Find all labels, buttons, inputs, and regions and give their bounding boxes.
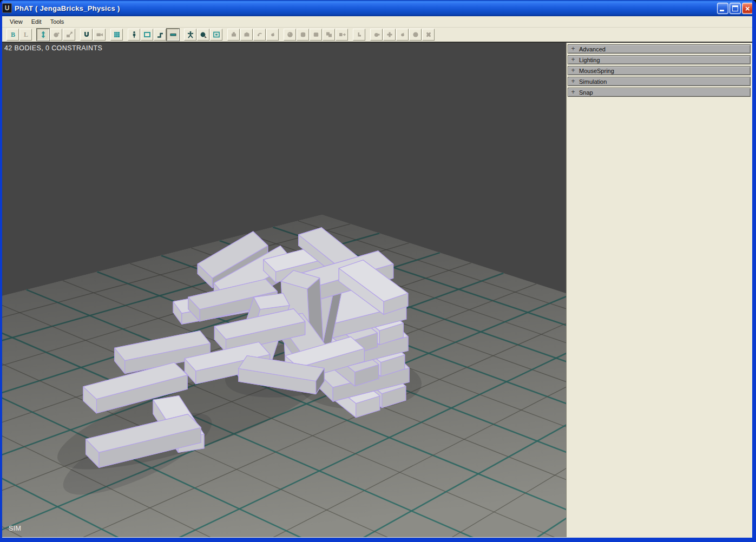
expand-plus-icon[interactable]: + xyxy=(569,56,577,63)
minimize-button[interactable] xyxy=(717,3,728,14)
add-box-icon xyxy=(312,31,320,38)
toolbar-button-collision-view[interactable] xyxy=(167,29,179,41)
menu-edit[interactable]: Edit xyxy=(27,17,46,27)
toolbar-button-new-body[interactable] xyxy=(227,29,240,41)
toolbar-button-weld-bodies[interactable] xyxy=(370,29,383,41)
toolbar-separator xyxy=(123,29,128,41)
duplicate-body-icon xyxy=(243,31,251,38)
expand-plus-icon[interactable]: + xyxy=(569,45,577,52)
properties-panel: + Advanced + Lighting + MouseSpring + Si… xyxy=(566,43,752,537)
add-constraint-icon xyxy=(386,31,393,38)
toolbar-button-convert-primitive[interactable] xyxy=(336,29,348,41)
toolbar-button-body-edit-mode[interactable]: B xyxy=(6,29,19,41)
panel-section-label: Lighting xyxy=(579,57,600,63)
panel-section-mousespring[interactable]: + MouseSpring xyxy=(568,66,751,75)
toolbar-separator xyxy=(106,29,110,41)
toolbar-button-snap-toggle[interactable] xyxy=(80,29,93,41)
translate-mode-icon xyxy=(40,31,47,38)
expand-plus-icon[interactable]: + xyxy=(569,88,577,96)
toolbar-separator xyxy=(366,29,370,41)
snap-toggle-icon xyxy=(83,31,90,38)
toolbar-button-duplicate-body[interactable] xyxy=(240,29,253,41)
svg-text:L: L xyxy=(23,31,28,38)
draw-constraints-icon xyxy=(156,31,164,38)
toolbar-button-reset-pose[interactable] xyxy=(253,29,266,41)
toolbar-separator xyxy=(279,29,284,41)
toolbar-button-show-physics-pose[interactable] xyxy=(184,29,196,41)
toolbar-button-add-sphere[interactable] xyxy=(284,29,296,41)
menu-view[interactable]: View xyxy=(5,17,27,27)
draw-skeleton-icon xyxy=(130,31,138,38)
minimize-icon xyxy=(720,10,724,11)
reset-pose-icon xyxy=(256,31,264,38)
scale-mode-icon xyxy=(65,31,73,38)
rotate-mode-icon xyxy=(52,31,60,38)
viewport-canvas[interactable]: 42 BODIES, 0 CONSTRAINTS SIM xyxy=(2,43,566,537)
new-body-icon xyxy=(230,31,238,38)
toolbar-button-add-sphyl[interactable] xyxy=(297,29,309,41)
convert-primitive-icon xyxy=(338,31,346,38)
maximize-icon xyxy=(732,5,738,11)
toolbar-button-copy-properties[interactable] xyxy=(93,29,106,41)
toolbar-button-simulate-toggle[interactable] xyxy=(110,29,123,41)
copy-properties-icon xyxy=(96,31,103,38)
show-influences-icon xyxy=(213,31,220,38)
panel-section-label: MouseSpring xyxy=(579,68,614,74)
toolbar-separator xyxy=(32,29,37,41)
draw-bodies-icon xyxy=(143,31,151,38)
add-sphyl-icon xyxy=(299,31,307,38)
unreal-app-icon: U xyxy=(2,3,12,13)
collision-view-icon xyxy=(169,31,177,38)
simulate-toggle-icon xyxy=(113,31,121,38)
constraint-edit-mode-icon: L xyxy=(22,31,30,38)
expand-plus-icon[interactable]: + xyxy=(569,67,577,74)
panel-section-simulation[interactable]: + Simulation xyxy=(568,77,751,86)
toolbar-button-draw-constraints[interactable] xyxy=(154,29,166,41)
menu-tools[interactable]: Tools xyxy=(46,17,69,27)
panel-section-snap[interactable]: + Snap xyxy=(568,88,751,97)
toolbar-button-scale-mode[interactable] xyxy=(63,29,75,41)
sphere-op-icon xyxy=(412,31,419,38)
toolbar-separator xyxy=(76,29,80,41)
panel-section-label: Advanced xyxy=(579,46,606,52)
toolbar-button-snap-op[interactable] xyxy=(396,29,409,41)
panel-section-label: Simulation xyxy=(579,78,607,85)
toolbar-button-translate-mode[interactable] xyxy=(37,29,49,41)
toolbar-button-constraint-edit-mode[interactable]: L xyxy=(19,29,32,41)
phat-window: U PhAT ( JengaBricks_Physics ) × View Ed… xyxy=(0,0,756,542)
toolbar-button-sphere-op[interactable] xyxy=(409,29,422,41)
title-bar[interactable]: U PhAT ( JengaBricks_Physics ) × xyxy=(0,0,756,16)
toolbar-separator xyxy=(349,29,353,41)
toolbar-button-show-mass-properties[interactable] xyxy=(197,29,209,41)
menu-bar: View Edit Tools xyxy=(2,16,752,28)
panel-section-lighting[interactable]: + Lighting xyxy=(568,55,751,64)
toolbar-button-delete-constraint[interactable] xyxy=(422,29,435,41)
close-button[interactable]: × xyxy=(742,3,753,14)
constraint-frame-icon xyxy=(356,31,363,38)
toolbar-button-add-constraint[interactable] xyxy=(383,29,396,41)
toolbar-button-show-influences[interactable] xyxy=(210,29,222,41)
toolbar-button-rotate-mode[interactable] xyxy=(50,29,62,41)
panel-section-label: Snap xyxy=(579,89,593,96)
toolbar: BL xyxy=(2,28,752,43)
maximize-button[interactable] xyxy=(729,3,741,14)
toolbar-button-delete-body[interactable] xyxy=(266,29,279,41)
toolbar-button-constraint-frame[interactable] xyxy=(353,29,365,41)
window-title: PhAT ( JengaBricks_Physics ) xyxy=(15,4,716,12)
delete-body-icon xyxy=(269,31,277,38)
toolbar-button-draw-bodies[interactable] xyxy=(141,29,153,41)
panel-section-advanced[interactable]: + Advanced xyxy=(568,44,751,54)
expand-plus-icon[interactable]: + xyxy=(569,77,577,85)
main-area: 42 BODIES, 0 CONSTRAINTS SIM + Advanced … xyxy=(2,43,752,537)
toolbar-separator xyxy=(223,29,227,41)
3d-scene[interactable] xyxy=(2,43,566,537)
close-icon: × xyxy=(742,3,753,14)
show-physics-pose-icon xyxy=(187,31,194,38)
snap-op-icon xyxy=(399,31,406,38)
weld-bodies-icon xyxy=(373,31,380,38)
toolbar-button-add-box[interactable] xyxy=(310,29,322,41)
toolbar-button-duplicate-primitive[interactable] xyxy=(323,29,335,41)
add-sphere-icon xyxy=(286,31,294,38)
show-mass-properties-icon xyxy=(200,31,207,38)
toolbar-button-draw-skeleton[interactable] xyxy=(128,29,140,41)
